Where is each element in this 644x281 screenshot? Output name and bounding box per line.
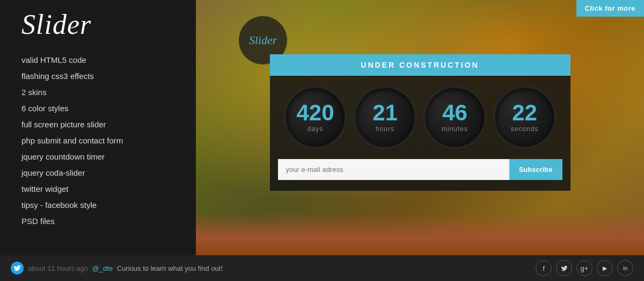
email-input[interactable]: [278, 159, 509, 180]
countdown-circle: 420 days: [284, 87, 346, 148]
twitter-feed: about 11 hours ago @_dte Curious to lear…: [11, 262, 223, 275]
facebook-icon[interactable]: f: [536, 260, 552, 276]
countdown-number: 22: [512, 102, 537, 124]
twitter-social-icon[interactable]: [556, 260, 572, 276]
main-area: Click for more Slider UNDER CONSTRUCTION…: [196, 0, 644, 255]
countdown-number: 21: [372, 102, 398, 124]
feature-item: PSD files: [21, 213, 174, 229]
feature-item: full screen picture slider: [21, 117, 174, 133]
construction-header: UNDER CONSTRUCTION: [270, 54, 570, 76]
feature-item: 2 skins: [21, 84, 174, 100]
feature-item: jquery coda-slider: [21, 165, 174, 181]
ground: [196, 212, 644, 255]
countdown-row: 420 days 21 hours 46 minutes 22 seconds: [278, 87, 562, 148]
tweet-text: about 11 hours ago @_dte Curious to lear…: [28, 264, 223, 272]
countdown-label: days: [308, 125, 323, 133]
slider-logo-text: Slider: [249, 33, 277, 47]
email-row[interactable]: Subscribe: [278, 159, 562, 180]
linkedin-icon[interactable]: in: [617, 260, 633, 276]
feature-list: valid HTML5 codeflashing css3 effects2 s…: [21, 52, 174, 229]
tweet-time: about 11 hours ago: [28, 264, 88, 272]
feature-item: jquery countdown timer: [21, 149, 174, 165]
countdown-circle: 22 seconds: [494, 87, 555, 148]
tweet-message: Curious to learn what you find out!: [117, 264, 223, 272]
countdown-item: 21 hours: [354, 87, 416, 148]
feature-item: 6 color styles: [21, 100, 174, 117]
vimeo-icon[interactable]: ▶: [597, 260, 613, 276]
countdown-number: 420: [296, 102, 334, 124]
feature-item: flashing css3 effects: [21, 68, 174, 84]
sidebar: Slider valid HTML5 codeflashing css3 eff…: [0, 0, 196, 255]
countdown-item: 420 days: [284, 87, 346, 148]
feature-item: twitter widget: [21, 181, 174, 197]
construction-widget: UNDER CONSTRUCTION 420 days 21 hours 46 …: [270, 54, 570, 191]
click-more-button[interactable]: Click for more: [576, 0, 644, 17]
countdown-number: 46: [442, 102, 467, 124]
tweet-handle[interactable]: @_dte: [92, 264, 113, 272]
twitter-icon: [11, 262, 24, 275]
countdown-item: 22 seconds: [494, 87, 555, 148]
googleplus-icon[interactable]: g+: [576, 260, 592, 276]
bottom-bar: about 11 hours ago @_dte Curious to lear…: [0, 255, 644, 281]
countdown-label: minutes: [442, 125, 468, 133]
countdown-circle: 21 hours: [354, 87, 416, 148]
construction-body: 420 days 21 hours 46 minutes 22 seconds …: [270, 76, 570, 191]
sidebar-title: Slider: [21, 11, 174, 39]
countdown-circle: 46 minutes: [424, 87, 486, 148]
feature-item: valid HTML5 code: [21, 52, 174, 68]
feature-item: tipsy - facebook style: [21, 197, 174, 213]
countdown-label: seconds: [511, 125, 539, 133]
countdown-item: 46 minutes: [424, 87, 486, 148]
subscribe-button[interactable]: Subscribe: [509, 159, 562, 180]
feature-item: php submit and contact form: [21, 133, 174, 149]
countdown-label: hours: [376, 125, 394, 133]
social-icons: f g+ ▶ in: [536, 260, 633, 276]
